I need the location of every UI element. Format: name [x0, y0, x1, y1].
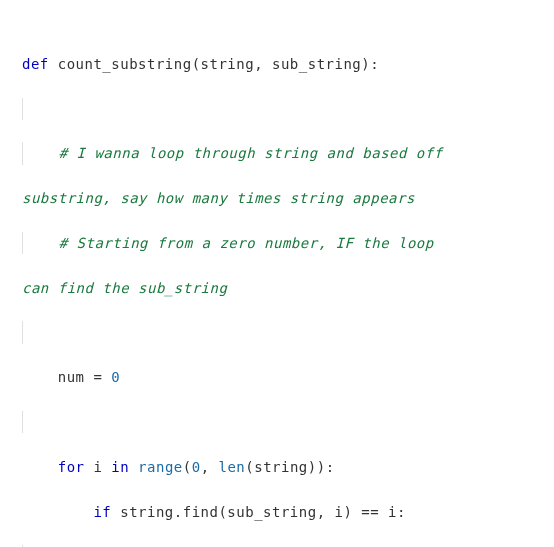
- code-line-blank: [4, 321, 554, 343]
- indent-guide: [22, 321, 23, 343]
- code-line: for i in range(0, len(string)):: [4, 456, 554, 478]
- code-line-blank: [4, 411, 554, 433]
- code-text: [129, 459, 138, 475]
- comment-text: can find the sub_string: [22, 280, 227, 296]
- number-literal: 0: [192, 459, 201, 475]
- keyword-if: if: [93, 504, 111, 520]
- code-text: (string)):: [245, 459, 334, 475]
- builtin-range: range: [138, 459, 183, 475]
- code-text: (: [183, 459, 192, 475]
- code-line: def count_substring(string, sub_string):: [4, 53, 554, 75]
- code-line: can find the sub_string: [4, 277, 554, 299]
- code-text: (string, sub_string):: [192, 56, 380, 72]
- comment-text: # I wanna loop through string and based …: [59, 145, 443, 161]
- builtin-len: len: [219, 459, 246, 475]
- keyword-for: for: [58, 459, 85, 475]
- code-line-blank: [4, 98, 554, 120]
- indent-guide: [22, 98, 23, 120]
- code-line: num = 0: [4, 366, 554, 388]
- code-text: [23, 235, 59, 251]
- function-name: count_substring: [49, 56, 192, 72]
- comment-text: substring, say how many times string app…: [22, 190, 415, 206]
- code-text: num =: [22, 369, 111, 385]
- keyword-def: def: [22, 56, 49, 72]
- code-editor: def count_substring(string, sub_string):…: [0, 0, 554, 547]
- code-text: [22, 459, 58, 475]
- code-text: i: [85, 459, 112, 475]
- indent-guide: [22, 411, 23, 433]
- code-text: [22, 504, 93, 520]
- code-line: # I wanna loop through string and based …: [4, 142, 554, 164]
- code-line: if string.find(sub_string, i) == i:: [4, 501, 554, 523]
- comment-text: # Starting from a zero number, IF the lo…: [59, 235, 434, 251]
- keyword-in: in: [111, 459, 129, 475]
- number-literal: 0: [111, 369, 120, 385]
- code-text: [23, 145, 59, 161]
- code-line: # Starting from a zero number, IF the lo…: [4, 232, 554, 254]
- code-text: string.find(sub_string, i) == i:: [111, 504, 406, 520]
- code-line: substring, say how many times string app…: [4, 187, 554, 209]
- code-text: ,: [201, 459, 219, 475]
